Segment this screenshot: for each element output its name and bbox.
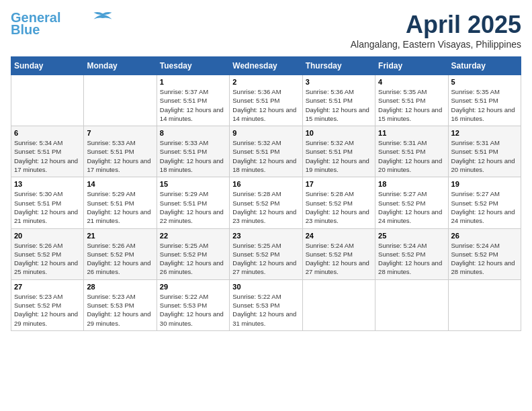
weekday-header-thursday: Thursday [302,57,375,75]
header: General Blue April 2025 Alangalang, East… [11,11,521,50]
day-info: Sunrise: 5:32 AM Sunset: 5:51 PM Dayligh… [306,138,372,174]
calendar-cell [375,279,448,330]
weekday-header-tuesday: Tuesday [157,57,229,75]
day-info: Sunrise: 5:22 AM Sunset: 5:53 PM Dayligh… [160,292,226,328]
title-area: April 2025 Alangalang, Eastern Visayas, … [351,11,521,50]
weekday-header-wednesday: Wednesday [230,57,302,75]
calendar-week-2: 6Sunrise: 5:34 AM Sunset: 5:51 PM Daylig… [11,126,521,177]
calendar-cell [448,279,521,330]
day-number: 12 [451,129,518,137]
calendar-header-row: SundayMondayTuesdayWednesdayThursdayFrid… [11,57,521,75]
calendar-week-1: 1Sunrise: 5:37 AM Sunset: 5:51 PM Daylig… [11,75,521,126]
day-info: Sunrise: 5:25 AM Sunset: 5:52 PM Dayligh… [160,241,226,277]
day-info: Sunrise: 5:36 AM Sunset: 5:51 PM Dayligh… [306,87,372,123]
calendar-cell: 20Sunrise: 5:26 AM Sunset: 5:52 PM Dayli… [11,228,84,279]
calendar-cell: 3Sunrise: 5:36 AM Sunset: 5:51 PM Daylig… [302,75,375,126]
day-number: 3 [306,78,372,86]
day-info: Sunrise: 5:28 AM Sunset: 5:52 PM Dayligh… [306,189,372,225]
day-info: Sunrise: 5:31 AM Sunset: 5:51 PM Dayligh… [378,138,445,174]
calendar-cell: 27Sunrise: 5:23 AM Sunset: 5:52 PM Dayli… [11,279,84,330]
logo-bird-icon [93,10,113,22]
day-number: 10 [306,129,372,137]
day-info: Sunrise: 5:33 AM Sunset: 5:51 PM Dayligh… [87,138,153,174]
calendar-cell: 16Sunrise: 5:28 AM Sunset: 5:52 PM Dayli… [230,177,302,228]
calendar-cell [302,279,375,330]
day-info: Sunrise: 5:33 AM Sunset: 5:51 PM Dayligh… [160,138,226,174]
calendar-cell: 15Sunrise: 5:29 AM Sunset: 5:51 PM Dayli… [157,177,229,228]
calendar-cell: 11Sunrise: 5:31 AM Sunset: 5:51 PM Dayli… [375,126,448,177]
calendar-cell: 23Sunrise: 5:25 AM Sunset: 5:52 PM Dayli… [230,228,302,279]
day-info: Sunrise: 5:26 AM Sunset: 5:52 PM Dayligh… [14,241,81,277]
calendar-cell: 17Sunrise: 5:28 AM Sunset: 5:52 PM Dayli… [302,177,375,228]
day-info: Sunrise: 5:28 AM Sunset: 5:52 PM Dayligh… [232,189,299,225]
day-info: Sunrise: 5:25 AM Sunset: 5:52 PM Dayligh… [232,241,299,277]
weekday-header-friday: Friday [375,57,448,75]
day-info: Sunrise: 5:37 AM Sunset: 5:51 PM Dayligh… [160,87,226,123]
day-number: 1 [160,78,226,86]
day-info: Sunrise: 5:31 AM Sunset: 5:51 PM Dayligh… [451,138,518,174]
day-number: 9 [232,129,299,137]
calendar-cell [11,75,84,126]
day-number: 25 [378,232,445,240]
calendar-cell: 4Sunrise: 5:35 AM Sunset: 5:51 PM Daylig… [375,75,448,126]
day-info: Sunrise: 5:23 AM Sunset: 5:53 PM Dayligh… [87,292,153,328]
day-number: 14 [87,180,153,188]
day-info: Sunrise: 5:24 AM Sunset: 5:52 PM Dayligh… [306,241,372,277]
day-number: 29 [160,283,226,291]
day-info: Sunrise: 5:24 AM Sunset: 5:52 PM Dayligh… [378,241,445,277]
calendar-table: SundayMondayTuesdayWednesdayThursdayFrid… [11,56,521,331]
weekday-header-monday: Monday [84,57,157,75]
day-number: 4 [378,78,445,86]
day-info: Sunrise: 5:36 AM Sunset: 5:51 PM Dayligh… [232,87,299,123]
calendar-cell: 6Sunrise: 5:34 AM Sunset: 5:51 PM Daylig… [11,126,84,177]
day-number: 13 [14,180,81,188]
calendar-body: 1Sunrise: 5:37 AM Sunset: 5:51 PM Daylig… [11,75,521,331]
calendar-cell: 8Sunrise: 5:33 AM Sunset: 5:51 PM Daylig… [157,126,229,177]
day-number: 5 [451,78,518,86]
weekday-header-saturday: Saturday [448,57,521,75]
day-info: Sunrise: 5:30 AM Sunset: 5:51 PM Dayligh… [14,189,81,225]
day-number: 23 [232,232,299,240]
day-info: Sunrise: 5:32 AM Sunset: 5:51 PM Dayligh… [232,138,299,174]
day-number: 8 [160,129,226,137]
calendar-cell: 22Sunrise: 5:25 AM Sunset: 5:52 PM Dayli… [157,228,229,279]
day-number: 11 [378,129,445,137]
calendar-cell: 24Sunrise: 5:24 AM Sunset: 5:52 PM Dayli… [302,228,375,279]
calendar-cell: 1Sunrise: 5:37 AM Sunset: 5:51 PM Daylig… [157,75,229,126]
day-info: Sunrise: 5:27 AM Sunset: 5:52 PM Dayligh… [451,189,518,225]
calendar-cell: 2Sunrise: 5:36 AM Sunset: 5:51 PM Daylig… [230,75,302,126]
day-number: 30 [232,283,299,291]
day-number: 2 [232,78,299,86]
day-info: Sunrise: 5:24 AM Sunset: 5:52 PM Dayligh… [451,241,518,277]
day-number: 21 [87,232,153,240]
day-info: Sunrise: 5:27 AM Sunset: 5:52 PM Dayligh… [378,189,445,225]
calendar-cell: 7Sunrise: 5:33 AM Sunset: 5:51 PM Daylig… [84,126,157,177]
day-number: 24 [306,232,372,240]
logo-blue-text: Blue [11,23,40,36]
day-number: 19 [451,180,518,188]
day-number: 7 [87,129,153,137]
weekday-header-sunday: Sunday [11,57,84,75]
day-info: Sunrise: 5:29 AM Sunset: 5:51 PM Dayligh… [160,189,226,225]
calendar-week-3: 13Sunrise: 5:30 AM Sunset: 5:51 PM Dayli… [11,177,521,228]
day-info: Sunrise: 5:23 AM Sunset: 5:52 PM Dayligh… [14,292,81,328]
day-info: Sunrise: 5:26 AM Sunset: 5:52 PM Dayligh… [87,241,153,277]
calendar-cell: 13Sunrise: 5:30 AM Sunset: 5:51 PM Dayli… [11,177,84,228]
calendar-cell: 9Sunrise: 5:32 AM Sunset: 5:51 PM Daylig… [230,126,302,177]
calendar-cell: 12Sunrise: 5:31 AM Sunset: 5:51 PM Dayli… [448,126,521,177]
calendar-cell: 29Sunrise: 5:22 AM Sunset: 5:53 PM Dayli… [157,279,229,330]
day-number: 28 [87,283,153,291]
day-number: 22 [160,232,226,240]
calendar-cell: 28Sunrise: 5:23 AM Sunset: 5:53 PM Dayli… [84,279,157,330]
calendar-cell: 21Sunrise: 5:26 AM Sunset: 5:52 PM Dayli… [84,228,157,279]
day-number: 15 [160,180,226,188]
day-number: 6 [14,129,81,137]
calendar-cell: 5Sunrise: 5:35 AM Sunset: 5:51 PM Daylig… [448,75,521,126]
month-title: April 2025 [351,11,521,39]
day-number: 17 [306,180,372,188]
logo: General Blue [11,11,113,36]
calendar-week-5: 27Sunrise: 5:23 AM Sunset: 5:52 PM Dayli… [11,279,521,330]
calendar-cell [84,75,157,126]
calendar-cell: 19Sunrise: 5:27 AM Sunset: 5:52 PM Dayli… [448,177,521,228]
day-number: 16 [232,180,299,188]
